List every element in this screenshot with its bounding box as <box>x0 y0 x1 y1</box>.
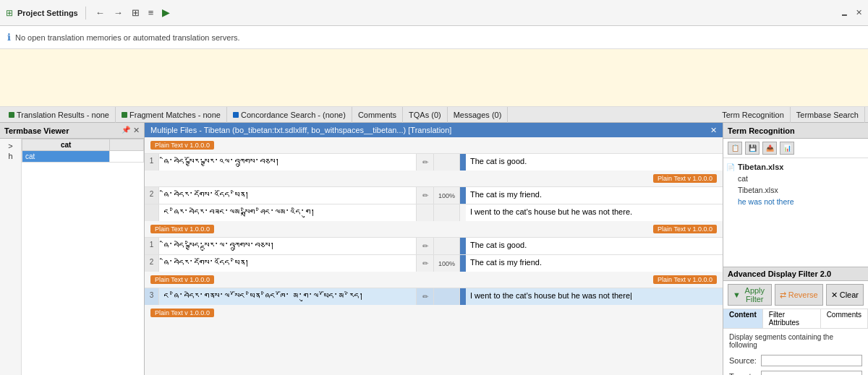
right-area-g2-3 <box>460 288 466 305</box>
seg-g2-source-2[interactable]: ཞི་བདེར་དགོས་འདོད་ཡིན། <box>159 255 417 272</box>
termbase-panel-header: Termbase Viewer 📌 ✕ <box>0 123 144 139</box>
tibetan-text-1: ཞི་བདེ་སྐྱོར་སྐྱར་འལ་བཀྲུགས་བཅས། <box>163 157 280 168</box>
seg-icon-1: ✏ <box>417 154 434 171</box>
termbase-table: cat cat <box>22 139 144 375</box>
filter-tab-content[interactable]: Content <box>723 309 763 328</box>
minimize-button[interactable]: 🗕 <box>841 9 848 17</box>
tab-translation-results[interactable]: Translation Results - none <box>3 107 116 123</box>
filter-target-input[interactable] <box>761 371 862 375</box>
seg-source-2b[interactable]: ང་ཞིར་བདེར་བཟང་ལམ་སྒྲིག་ཤིང་ལམ་འདི་གུ། <box>159 204 417 221</box>
term-file-icon: 📄 <box>726 163 735 171</box>
seg-g2-source-1[interactable]: ཞི་བདེ་སྐྱིད་སྡུར་ལ་བཀྲུགས་བཅས། <box>159 238 417 254</box>
sidebar-btn-1[interactable]: > <box>8 142 12 150</box>
badge-row-2: Plain Text v 1.0.0.0 Plain Text v 1.0.0.… <box>145 221 723 237</box>
tab-tqas[interactable]: TQAs (0) <box>403 107 448 123</box>
info-message: No open translation memories or automate… <box>15 33 240 42</box>
badge-group2-left: Plain Text v 1.0.0.0 <box>150 225 214 233</box>
filter-tabs: Content Filter Attributes Comments <box>723 309 868 329</box>
back-button[interactable]: ← <box>93 6 107 20</box>
top-toolbar: ⊞ Project Settings ← → ⊞ ≡ ▶ 🗕 ✕ <box>0 0 868 26</box>
close-button[interactable]: ✕ <box>856 8 862 17</box>
clear-button[interactable]: ✕ Clear <box>826 284 864 306</box>
termbase-col-2 <box>110 139 144 151</box>
seg-g2-icon-1: ✏ <box>417 238 434 254</box>
seg-g2-num-1: 1 <box>145 238 159 254</box>
filter-source-input[interactable] <box>761 355 862 366</box>
termbase-sidebar: > h <box>0 139 22 375</box>
seg-num-2a: 2 <box>145 187 159 204</box>
tab-fragment-matches[interactable]: Fragment Matches - none <box>116 107 227 123</box>
forward-button[interactable]: → <box>111 6 125 20</box>
info-bar: ℹ No open translation memories or automa… <box>0 26 868 49</box>
table-row: cat <box>22 151 144 163</box>
seg-target-2a[interactable]: The cat is my friend. <box>466 187 723 204</box>
term-entry-phrase[interactable]: he was not there <box>726 196 865 207</box>
tm-area <box>0 49 868 107</box>
seg-target-1[interactable]: The cat is good. <box>466 154 723 171</box>
pencil-g2-1: ✏ <box>422 242 428 250</box>
seg-g2-source-3[interactable]: ང་ཞི་བདེར་གནས་ལ་སོང་ཡིན་ཞིང་ཁོ་ མ་གུ་ལ་ཡ… <box>159 288 417 305</box>
tibetan-text-2b: ང་ཞིར་བདེར་བཟང་ལམ་སྒྲིག་ཤིང་ལམ་འདི་གུ། <box>163 207 315 218</box>
table-row: 1 ཞི་བདེ་སྐྱིད་སྡུར་ལ་བཀྲུགས་བཅས། ✏ The … <box>145 237 723 254</box>
termbase-pin[interactable]: 📌 <box>122 126 130 135</box>
advanced-filter-panel: Advanced Display Filter 2.0 ▼ Apply Filt… <box>723 267 868 375</box>
seg-source-1[interactable]: ཞི་བདེ་སྐྱོར་སྐྱར་འལ་བཀྲུགས་བཅས། <box>159 154 417 171</box>
term-icon-chart[interactable]: 📊 <box>780 142 794 155</box>
seg-icon-2a: ✏ <box>417 187 434 204</box>
clear-label: Clear <box>840 290 859 299</box>
apply-filter-button[interactable]: ▼ Apply Filter <box>728 284 772 306</box>
seg-g2-pct-3 <box>434 288 460 305</box>
tab-messages[interactable]: Messages (0) <box>448 107 509 123</box>
sidebar-btn-2[interactable]: h <box>8 152 12 160</box>
advanced-filter-title: Advanced Display Filter 2.0 <box>728 270 831 278</box>
seg-g2-target-2[interactable]: The cat is my friend. <box>466 255 723 272</box>
seg-pct-2a: 100% <box>434 187 460 204</box>
seg-target-2b[interactable]: I went to the cat's house but he was not… <box>466 204 723 221</box>
right-area-g2-1 <box>460 238 466 254</box>
term-recognition-panel: Term Recognition 📋 💾 📤 📊 📄 Tibetan.xlsx … <box>723 123 868 267</box>
tab-concordance[interactable]: Concordance Search - (none) <box>227 107 352 123</box>
badge-1: Plain Text v 1.0.0.0 <box>150 141 214 150</box>
termbase-col-1: cat <box>22 139 110 151</box>
seg-g2-icon-2: ✏ <box>417 255 434 272</box>
content-area: Termbase Viewer 📌 ✕ > h cat <box>0 123 868 375</box>
term-file-row: 📄 Tibetan.xlsx <box>726 161 865 173</box>
reverse-button[interactable]: ⇄ Reverse <box>775 284 823 306</box>
term-icon-save[interactable]: 💾 <box>745 142 760 155</box>
seg-g2-target-3[interactable]: I went to the cat's house but he was not… <box>466 288 723 305</box>
seg-g2-icon-3: ✏ <box>417 288 434 305</box>
term-recognition-header: Term Recognition <box>723 123 868 139</box>
termbase-title: Termbase Viewer <box>4 126 69 135</box>
tab-dot-green2 <box>122 112 127 118</box>
filter-source-label: Source: <box>729 356 757 365</box>
toolbar-separator <box>85 7 86 20</box>
tab-termbase-search-label: Termbase Search <box>796 111 859 119</box>
right-area-g2-2 <box>460 255 466 272</box>
tab-termbase-search[interactable]: Termbase Search <box>791 107 865 123</box>
table-row: 2 ཞི་བདེར་དགོས་འདོད་ཡིན། ✏ 100% The cat … <box>145 254 723 272</box>
table-row: ང་ཞིར་བདེར་བཟང་ལམ་སྒྲིག་ཤིང་ལམ་འདི་གུ། I… <box>145 204 723 221</box>
tab-comments-label: Comments <box>358 111 396 119</box>
play-button[interactable]: ▶ <box>160 6 171 20</box>
term-icon-export[interactable]: 📤 <box>762 142 777 155</box>
filter-btn-row: ▼ Apply Filter ⇄ Reverse ✕ Clear <box>723 281 868 309</box>
termbase-close[interactable]: ✕ <box>133 126 140 135</box>
toolbar-icon2: ⊞ <box>129 6 142 20</box>
filter-tab-attributes[interactable]: Filter Attributes <box>763 309 821 328</box>
term-icon-copy[interactable]: 📋 <box>728 142 742 155</box>
middle-close[interactable]: ✕ <box>710 126 717 135</box>
filter-tab-comments[interactable]: Comments <box>821 309 868 328</box>
tab-comments[interactable]: Comments <box>352 107 403 123</box>
project-settings-label[interactable]: Project Settings <box>17 9 78 17</box>
pencil-g2-2: ✏ <box>422 259 428 267</box>
termbase-controls: 📌 ✕ <box>122 126 140 135</box>
badge-g2-3-left: Plain Text v 1.0.0.0 <box>150 275 214 284</box>
seg-g2-target-1[interactable]: The cat is good. <box>466 238 723 254</box>
table-row[interactable]: 3 ང་ཞི་བདེར་གནས་ལ་སོང་ཡིན་ཞིང་ཁོ་ མ་གུ་ལ… <box>145 288 723 305</box>
filter-source-row: Source: <box>729 355 862 366</box>
seg-source-2a[interactable]: ཞི་བདེར་དགོས་འདོད་ཡིན། <box>159 187 417 204</box>
tab-dot-green <box>9 112 14 118</box>
reverse-label: Reverse <box>788 290 818 299</box>
segments-container[interactable]: Plain Text v 1.0.0.0 1 ཞི་བདེ་སྐྱོར་སྐྱར… <box>145 137 723 375</box>
tab-term-recognition[interactable]: Term Recognition <box>716 107 791 123</box>
